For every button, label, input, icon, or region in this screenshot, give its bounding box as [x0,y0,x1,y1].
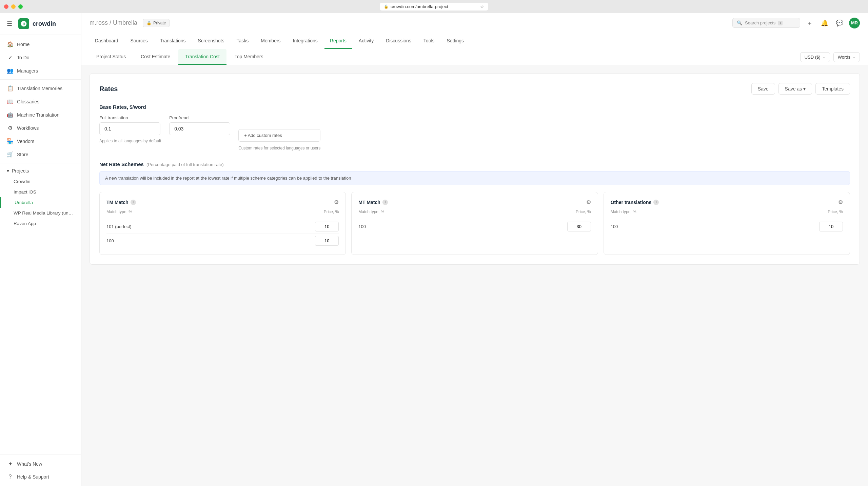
titlebar: 🔒 crowdin.com/umbrella-project ☆ [0,0,868,13]
subnav-item-reports[interactable]: Reports [324,33,352,49]
breadcrumb-project: Umbrella [113,19,137,26]
help-icon: ? [7,474,14,480]
subnav-item-dashboard[interactable]: Dashboard [90,33,124,49]
subnav-item-screenshots[interactable]: Screenshots [193,33,230,49]
close-button[interactable] [4,4,8,9]
other-translations-card: Other translations i ⚙ Match type, % Pri… [604,192,850,255]
projects-header[interactable]: ▾ Projects [0,165,81,176]
subnav-item-tasks[interactable]: Tasks [231,33,254,49]
subnav-item-members[interactable]: Members [255,33,286,49]
sidebar-item-home[interactable]: 🏠 Home [0,38,81,51]
net-rate-title: Net Rate Schemes [99,161,144,167]
tab-translation-cost[interactable]: Translation Cost [178,49,226,65]
maximize-button[interactable] [18,4,23,9]
currency-label: USD ($) [805,55,821,60]
messages-icon[interactable]: 💬 [834,18,845,28]
sidebar-item-workflows[interactable]: ⚙ Workflows [0,121,81,135]
address-bar[interactable]: 🔒 crowdin.com/umbrella-project ☆ [380,3,488,11]
subnav-item-activity[interactable]: Activity [353,33,379,49]
add-button[interactable]: ＋ [804,18,815,28]
projects-label: Projects [12,168,29,174]
whats-new-icon: ✦ [7,461,14,467]
templates-button[interactable]: Templates [815,83,850,95]
subnav-item-sources[interactable]: Sources [125,33,153,49]
sidebar: ☰ crowdin 🏠 Home ✓ To Do 👥 Managers 📋 [0,13,81,486]
rates-card: Rates Save Save as ▾ Templates Base Rate… [90,73,860,265]
tm-match-settings-icon[interactable]: ⚙ [334,199,339,205]
scheme-cards: TM Match i ⚙ Match type, % Price, % 101 … [99,192,850,255]
sidebar-item-store[interactable]: 🛒 Store [0,148,81,161]
add-custom-rates-button[interactable]: + Add custom rates [238,129,320,142]
mt-match-settings-icon[interactable]: ⚙ [586,199,591,205]
todo-icon: ✓ [7,54,14,61]
sidebar-item-managers[interactable]: 👥 Managers [0,64,81,77]
url-text: crowdin.com/umbrella-project [391,4,448,9]
sidebar-item-translation-memories[interactable]: 📋 Translation Memories [0,82,81,95]
other-price-input-0[interactable] [819,222,843,231]
translation-memories-icon: 📋 [7,85,14,92]
sidebar-item-glossaries[interactable]: 📖 Glossaries [0,95,81,108]
app-container: ☰ crowdin 🏠 Home ✓ To Do 👥 Managers 📋 [0,13,868,486]
subnav-item-integrations[interactable]: Integrations [288,33,323,49]
sidebar-header: ☰ crowdin [0,13,81,35]
net-rate-subtitle: (Percentage paid of full translation rat… [146,162,224,167]
rates-header: Rates Save Save as ▾ Templates [99,83,850,95]
other-translations-info-icon[interactable]: i [653,200,659,205]
tabs-left: Project Status Cost Estimate Translation… [90,49,270,65]
tab-project-status[interactable]: Project Status [90,49,133,65]
tm-match-cols: Match type, % Price, % [106,209,339,216]
table-row: 100 [611,220,843,234]
notifications-icon[interactable]: 🔔 [819,18,830,28]
sidebar-item-wp-real[interactable]: WP Real Media Library (un… [0,208,81,218]
mt-match-info-icon[interactable]: i [382,200,388,205]
sidebar-item-label: What's New [17,461,42,467]
tab-cost-estimate[interactable]: Cost Estimate [134,49,177,65]
sidebar-item-impact-ios[interactable]: Impact iOS [0,187,81,197]
mt-match-card: MT Match i ⚙ Match type, % Price, % 100 [351,192,598,255]
sidebar-item-vendors[interactable]: 🏪 Vendors [0,135,81,148]
sidebar-divider-2 [0,163,81,163]
mt-price-input-0[interactable] [567,222,591,231]
subnav-item-tools[interactable]: Tools [418,33,440,49]
search-icon: 🔍 [737,20,742,25]
sidebar-item-raven-app[interactable]: Raven App [0,218,81,229]
sidebar-item-machine-translation[interactable]: 🤖 Machine Translation [0,108,81,121]
sidebar-item-todo[interactable]: ✓ To Do [0,51,81,64]
subnav-item-settings[interactable]: Settings [441,33,470,49]
tabs-right: USD ($) ⌄ Words ⌄ [800,52,860,62]
tm-match-info-icon[interactable]: i [131,200,136,205]
table-row: 101 (perfect) [106,220,339,234]
sidebar-item-umbrella[interactable]: Umbrella [0,197,81,208]
words-select[interactable]: Words ⌄ [833,52,860,62]
bookmark-icon[interactable]: ☆ [480,4,484,9]
sidebar-item-whats-new[interactable]: ✦ What's New [0,457,81,470]
brand-name: crowdin [33,20,56,27]
hamburger-button[interactable]: ☰ [7,20,12,27]
save-button[interactable]: Save [751,83,775,95]
currency-select[interactable]: USD ($) ⌄ [800,52,830,62]
sidebar-divider [0,79,81,80]
avatar[interactable]: MR [849,18,860,28]
tab-top-members[interactable]: Top Members [228,49,270,65]
tm-price-input-0[interactable] [315,222,339,231]
sidebar-item-label: Translation Memories [17,86,62,91]
sidebar-bottom: ✦ What's New ? Help & Support [0,454,81,486]
subnav-item-translations[interactable]: Translations [155,33,191,49]
full-translation-input[interactable] [99,122,160,135]
table-row: 100 [358,220,591,234]
subnav-item-discussions[interactable]: Discussions [380,33,417,49]
managers-icon: 👥 [7,67,14,74]
search-box[interactable]: 🔍 Search projects / [732,18,800,28]
sidebar-item-help[interactable]: ? Help & Support [0,470,81,483]
sidebar-item-label: Vendors [17,139,34,144]
sidebar-item-crowdin[interactable]: Crowdin [0,176,81,187]
other-translations-settings-icon[interactable]: ⚙ [838,199,843,205]
sidebar-item-label: Store [17,152,28,157]
breadcrumb: m.ross / Umbrella [90,19,137,26]
tm-price-input-1[interactable] [315,236,339,246]
proofread-input[interactable] [169,122,230,135]
mt-match-cols: Match type, % Price, % [358,209,591,216]
save-as-button[interactable]: Save as ▾ [778,83,812,95]
minimize-button[interactable] [11,4,16,9]
content-area: Rates Save Save as ▾ Templates Base Rate… [81,65,868,486]
